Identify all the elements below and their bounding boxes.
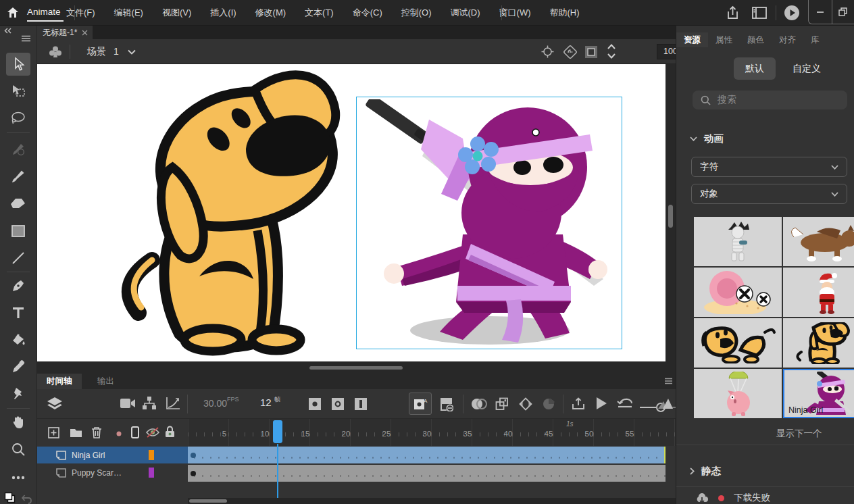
asset-thumb-pig-parachute[interactable]	[694, 369, 782, 418]
puppy-artwork[interactable]	[110, 70, 359, 359]
cloud-download-icon[interactable]	[695, 493, 709, 503]
document-tab[interactable]: 无标题-1*	[37, 26, 93, 39]
layers-stack-icon[interactable]	[47, 396, 63, 412]
layer-color-swatch[interactable]	[149, 450, 154, 460]
subselection-transform-tool[interactable]	[6, 80, 30, 103]
asset-thumb-snail[interactable]	[694, 268, 782, 317]
delete-layer-icon[interactable]	[91, 426, 102, 438]
insert-keyframe-icon[interactable]	[309, 398, 321, 410]
tab-timeline[interactable]: 时间轴	[37, 374, 82, 389]
layer-row-ninja-girl[interactable]: Ninja Girl	[37, 447, 188, 463]
filter-objects-dropdown[interactable]: 对象	[691, 184, 847, 204]
scene-chevron-down-icon[interactable]	[128, 49, 136, 55]
frame-easing-graph-icon[interactable]	[166, 397, 180, 410]
vertical-scrollbar-thumb[interactable]	[668, 205, 673, 228]
current-frame-display[interactable]: 12 帧	[260, 397, 280, 409]
home-icon[interactable]	[6, 6, 20, 20]
insert-blank-keyframe-icon[interactable]	[332, 398, 344, 410]
asset-warp-pin-tool[interactable]	[6, 382, 30, 405]
tab-align[interactable]: 对齐	[772, 32, 803, 47]
asset-thumb-wolf[interactable]	[783, 217, 854, 266]
test-movie-icon[interactable]	[784, 5, 800, 21]
menu-debug[interactable]: 调试(D)	[441, 0, 490, 26]
app-name[interactable]: Animate	[27, 7, 61, 17]
show-hide-all-icon[interactable]	[145, 427, 160, 438]
rotation-tool-icon[interactable]	[563, 45, 578, 59]
swap-colors-icon[interactable]	[4, 492, 16, 504]
share-icon[interactable]	[726, 5, 740, 20]
layer-row-puppy[interactable]: Puppy Scar…	[37, 464, 188, 481]
camera-icon[interactable]	[120, 397, 136, 409]
paint-bucket-tool[interactable]	[6, 328, 30, 351]
pen-tool[interactable]	[6, 274, 30, 297]
rectangle-tool[interactable]	[6, 220, 30, 243]
clip-content-icon[interactable]	[584, 45, 598, 59]
symbol-clubs-icon[interactable]	[48, 45, 63, 59]
layer-color-swatch[interactable]	[149, 468, 154, 478]
text-tool[interactable]	[6, 301, 30, 324]
asset-thumb-santa[interactable]	[783, 268, 854, 317]
classic-brush-tool[interactable]	[6, 165, 30, 188]
tab-library[interactable]: 库	[803, 32, 827, 47]
menu-view[interactable]: 视图(V)	[153, 0, 201, 26]
paste-frames-icon[interactable]	[495, 397, 509, 411]
insert-frame-icon[interactable]	[355, 398, 367, 410]
tab-assets[interactable]: 资源	[676, 32, 708, 47]
create-tween-icon[interactable]	[518, 397, 533, 411]
stage-canvas[interactable]	[37, 64, 665, 361]
tab-color[interactable]: 颜色	[740, 32, 772, 47]
onion-skin-icon[interactable]	[471, 398, 487, 410]
loop-range-icon[interactable]	[571, 397, 586, 411]
highlight-layers-dot[interactable]	[116, 431, 122, 436]
asset-thumb-puppy-sitting[interactable]	[783, 318, 854, 368]
lock-all-icon[interactable]	[165, 426, 175, 438]
auto-keyframe-button[interactable]: A	[409, 393, 432, 415]
restore-button[interactable]	[832, 0, 854, 24]
vertical-scrollbar[interactable]	[665, 64, 676, 361]
collapse-panel-icon[interactable]	[4, 28, 12, 34]
timeline-ruler[interactable]: 1s 5 10 15 20 25 30 35 40 45 50 55	[188, 419, 676, 446]
more-tools-icon[interactable]	[6, 466, 30, 489]
asset-thumb-puppy-playing[interactable]	[694, 318, 782, 368]
section-animated[interactable]: 动画	[690, 132, 724, 145]
menu-window[interactable]: 窗口(W)	[490, 0, 541, 26]
new-layer-icon[interactable]	[48, 427, 59, 438]
frame-track-puppy[interactable]	[188, 465, 665, 482]
menu-modify[interactable]: 修改(M)	[246, 0, 296, 26]
menu-file[interactable]: 文件(F)	[57, 0, 105, 26]
search-input[interactable]: 搜索	[693, 91, 847, 109]
mode-custom-button[interactable]: 自定义	[786, 57, 828, 80]
layer-parenting-icon[interactable]	[142, 396, 157, 411]
selection-tool[interactable]	[6, 53, 30, 76]
section-static[interactable]: 静态	[690, 465, 721, 478]
resize-timeline-icon[interactable]	[657, 397, 674, 409]
filter-characters-dropdown[interactable]: 字符	[691, 157, 847, 177]
frame-track-ninja[interactable]	[188, 447, 665, 463]
center-stage-icon[interactable]	[541, 45, 554, 58]
fps-display[interactable]: 30.00FPS	[203, 397, 239, 409]
tab-output[interactable]: 输出	[88, 374, 124, 389]
remove-frame-icon[interactable]	[440, 398, 453, 411]
timeline-panel-menu-icon[interactable]	[664, 378, 673, 384]
line-tool[interactable]	[6, 247, 30, 270]
horizontal-scrollbar[interactable]	[37, 361, 676, 374]
menu-commands[interactable]: 命令(C)	[343, 0, 392, 26]
menu-edit[interactable]: 编辑(E)	[105, 0, 153, 26]
horizontal-scrollbar-thumb[interactable]	[309, 366, 403, 370]
workspace-icon[interactable]	[752, 7, 767, 19]
zoom-tool[interactable]	[6, 438, 30, 461]
timeline-hscrollbar-thumb[interactable]	[189, 499, 227, 503]
asset-thumb-ninja-girl[interactable]: Ninja Girl	[783, 369, 854, 418]
panel-menu-icon[interactable]	[21, 35, 31, 42]
new-folder-icon[interactable]	[70, 428, 82, 438]
tab-properties[interactable]: 属性	[708, 32, 740, 47]
motion-editor-icon[interactable]	[543, 397, 556, 411]
ninja-girl-artwork[interactable]	[361, 99, 620, 348]
show-next-link[interactable]: 显示下一个	[776, 428, 822, 440]
play-button[interactable]	[595, 397, 607, 410]
keyframe-dot[interactable]	[191, 471, 196, 476]
close-tab-icon[interactable]	[82, 30, 88, 36]
keyframe-dot[interactable]	[191, 453, 196, 458]
lasso-tool[interactable]	[6, 107, 30, 130]
minimize-button[interactable]	[809, 0, 832, 24]
